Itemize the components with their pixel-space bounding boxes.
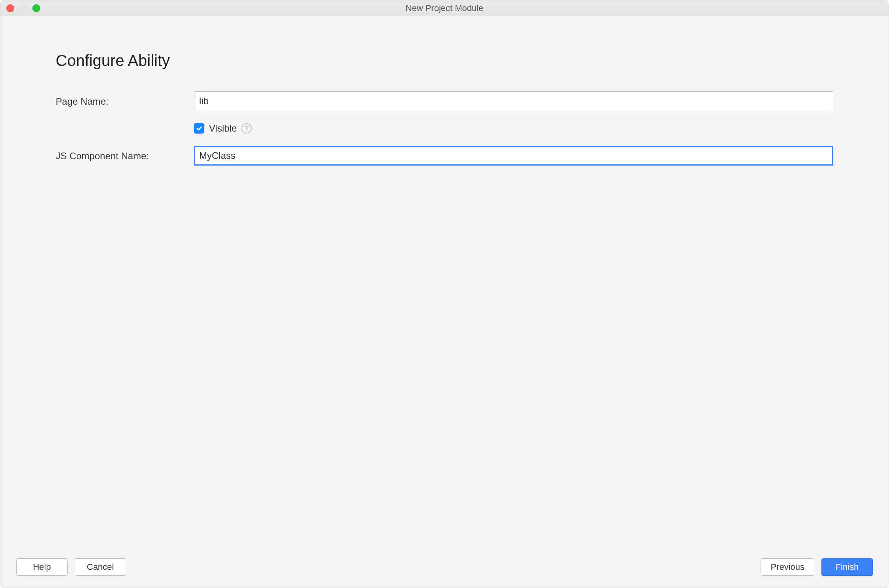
footer: Help Cancel Previous Finish — [0, 551, 889, 588]
traffic-lights — [6, 4, 40, 12]
js-component-name-input[interactable] — [194, 146, 833, 166]
js-component-name-label: JS Component Name: — [56, 150, 194, 162]
help-icon[interactable]: ? — [241, 123, 252, 134]
close-window-button[interactable] — [6, 4, 14, 12]
finish-button[interactable]: Finish — [821, 558, 873, 576]
visible-label: Visible — [209, 123, 237, 134]
help-button[interactable]: Help — [16, 558, 68, 576]
row-js-component-name: JS Component Name: — [56, 146, 833, 166]
zoom-window-button[interactable] — [32, 4, 40, 12]
visible-checkbox[interactable] — [194, 123, 204, 134]
page-heading: Configure Ability — [56, 52, 833, 70]
page-name-label: Page Name: — [56, 95, 194, 107]
titlebar: New Project Module — [0, 0, 889, 16]
empty-label — [56, 128, 194, 129]
page-name-input[interactable] — [194, 91, 833, 111]
check-icon — [196, 125, 203, 132]
content-area: Configure Ability Page Name: Visible ? — [0, 16, 889, 551]
row-visible: Visible ? — [56, 123, 833, 134]
minimize-window-button[interactable] — [19, 4, 27, 12]
window-title: New Project Module — [406, 3, 484, 13]
previous-button[interactable]: Previous — [761, 558, 814, 576]
row-page-name: Page Name: — [56, 91, 833, 111]
cancel-button[interactable]: Cancel — [75, 558, 126, 576]
dialog-window: New Project Module Configure Ability Pag… — [0, 0, 889, 588]
